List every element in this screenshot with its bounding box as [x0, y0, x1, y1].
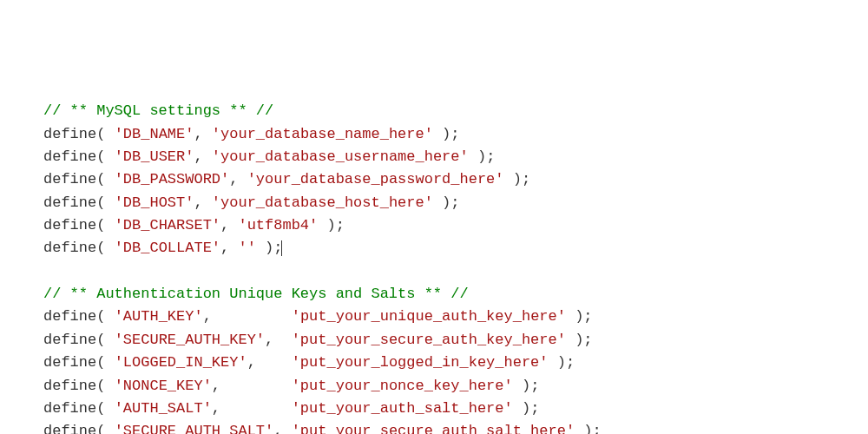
define-line: define( 'SECURE_AUTH_SALT', 'put_your_se… [43, 423, 602, 434]
define-line: define( 'SECURE_AUTH_KEY', 'put_your_sec… [43, 332, 593, 348]
define-line: define( 'LOGGED_IN_KEY', 'put_your_logge… [43, 354, 575, 371]
comment-auth: // ** Authentication Unique Keys and Sal… [43, 286, 469, 302]
define-line: define( 'DB_PASSWORD', 'your_database_pa… [43, 171, 530, 187]
code-block: // ** MySQL settings ** // define( 'DB_N… [43, 100, 825, 434]
text-cursor [281, 240, 282, 257]
define-line: define( 'AUTH_KEY', 'put_your_unique_aut… [43, 308, 593, 325]
define-line: define( 'DB_HOST', 'your_database_host_h… [43, 194, 460, 211]
define-line: define( 'DB_NAME', 'your_database_name_h… [43, 126, 460, 142]
define-line: define( 'AUTH_SALT', 'put_your_auth_salt… [43, 400, 539, 417]
define-line: define( 'DB_USER', 'your_database_userna… [43, 148, 495, 165]
comment-mysql: // ** MySQL settings ** // [43, 102, 273, 119]
define-line: define( 'DB_COLLATE', '' ); [43, 240, 282, 256]
define-line: define( 'DB_CHARSET', 'utf8mb4' ); [43, 217, 345, 233]
define-line: define( 'NONCE_KEY', 'put_your_nonce_key… [43, 378, 539, 394]
